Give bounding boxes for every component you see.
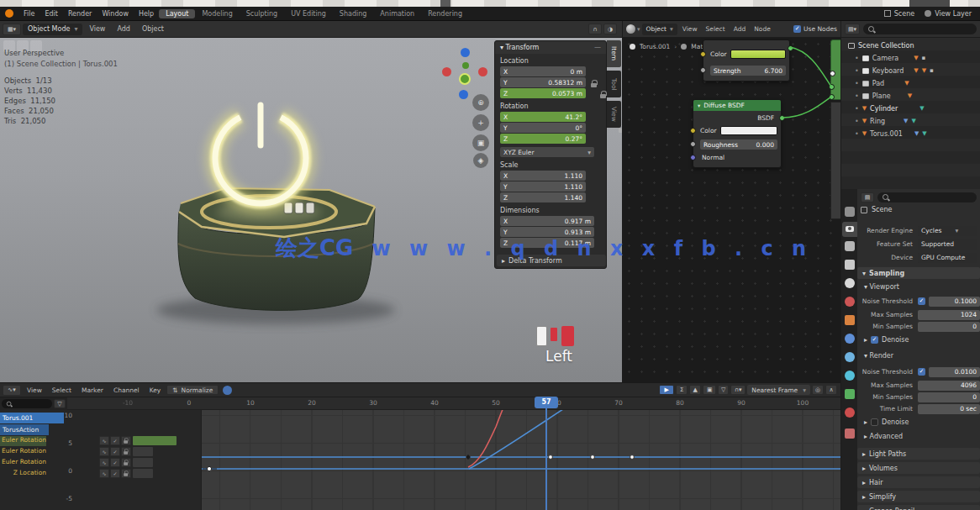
tab-view[interactable]: View	[607, 101, 621, 128]
viewport-move-button[interactable]: +	[472, 114, 489, 131]
mode-dropdown[interactable]: Object Mode▾	[23, 24, 82, 35]
object-tab-icon[interactable]	[845, 315, 855, 325]
viewport-subpanel[interactable]: ▾ Viewport	[864, 283, 899, 291]
menu-file[interactable]: File	[18, 10, 40, 18]
outliner-filter-icon[interactable]: ▤▾	[845, 24, 860, 34]
menu-render[interactable]: Render	[63, 10, 97, 18]
shader-type-dropdown[interactable]: Object▾	[642, 24, 677, 35]
scene-tab-icon[interactable]	[845, 278, 855, 288]
render-subpanel[interactable]: ▾ Render	[864, 352, 893, 360]
emission-strength-field[interactable]: Strength6.700	[710, 66, 786, 76]
r-noise-field[interactable]: 0.0100	[929, 367, 980, 377]
emission-node[interactable]: Color Strength6.700	[703, 39, 790, 81]
light-paths-panel[interactable]: ▸ Light Paths	[857, 448, 980, 460]
lock-icon[interactable]	[591, 80, 598, 87]
use-nodes-toggle[interactable]: ✓ Use Nodes	[793, 25, 837, 33]
edge-node-sliver[interactable]	[830, 39, 840, 100]
channel-modifier-icon[interactable]: ∿	[99, 458, 109, 467]
texture-tab-icon[interactable]	[845, 429, 855, 439]
menu-window[interactable]: Window	[97, 10, 134, 18]
workspace-tab-modeling[interactable]: Modeling	[195, 9, 239, 18]
graph-menu-select[interactable]: Select	[48, 386, 76, 394]
blender-logo-icon[interactable]	[5, 9, 13, 18]
axis-z-dot-bottom[interactable]	[459, 90, 468, 99]
outliner-row-keyboard[interactable]: • Keyboard ▼ ▼ ▪	[841, 65, 980, 77]
channel-mute-icon[interactable]: ✓	[110, 447, 120, 456]
shader-editor-type-icon[interactable]	[626, 24, 635, 34]
snap-icon[interactable]: ∩	[588, 24, 602, 34]
properties-filter-icon[interactable]: ▤	[861, 192, 874, 202]
rotation-mode-dropdown[interactable]: XYZ Euler▾	[500, 147, 594, 157]
channel-lock-icon[interactable]	[121, 458, 131, 467]
scale-z-field[interactable]: Z1.140	[500, 192, 586, 202]
overlays-icon[interactable]: ◑	[603, 24, 617, 34]
r-min-field[interactable]: 0	[918, 392, 980, 402]
scene-selector[interactable]: Scene	[884, 10, 914, 18]
channel-extra-toggle[interactable]	[133, 458, 153, 467]
channel-mute-icon[interactable]: ✓	[110, 458, 120, 467]
viewport-camera-button[interactable]: ▣	[472, 134, 489, 151]
volumes-panel[interactable]: ▸ Volumes	[857, 462, 980, 474]
channel-modifier-icon[interactable]: ∿	[99, 436, 109, 445]
viewport-zoom-button[interactable]: ⊕	[472, 94, 489, 111]
r-max-field[interactable]: 4096	[918, 381, 980, 391]
vp-min-field[interactable]: 0	[918, 322, 980, 332]
modifier-tab-icon[interactable]	[845, 334, 855, 344]
time-limit-field[interactable]: 0 sec	[918, 404, 980, 414]
shader-menu-add[interactable]: Add	[730, 25, 750, 33]
viewport-menu-view[interactable]: View	[84, 25, 110, 33]
workspace-tab-layout[interactable]: Layout	[159, 9, 195, 18]
outliner-row-ring[interactable]: •▼ Ring ▼ ▼	[841, 115, 980, 128]
ghost-curves-icon[interactable]: ▲	[689, 385, 701, 395]
socket-edge-white[interactable]	[830, 71, 835, 76]
socket-roughness-input[interactable]	[690, 141, 696, 147]
channel-modifier-icon[interactable]: ∿	[99, 469, 109, 478]
hair-panel[interactable]: ▸ Hair	[857, 476, 980, 488]
graph-editor-type-icon[interactable]: ∿▾	[3, 385, 21, 396]
diffuse-roughness-field[interactable]: Roughness0.000	[700, 139, 777, 150]
dimensions-y-field[interactable]: Y0.913 m	[500, 227, 594, 237]
axis-y-dot[interactable]	[462, 62, 469, 69]
channel-extra-toggle[interactable]	[133, 469, 153, 478]
socket-normal-input[interactable]	[690, 155, 696, 160]
diffuse-bsdf-node[interactable]: ▾ Diffuse BSDF BSDF Color Roughness0.000…	[693, 99, 782, 168]
grease-pencil-panel[interactable]: ▸ Grease Pencil	[857, 505, 980, 510]
vp-noise-checkbox[interactable]: ✓	[918, 297, 925, 305]
vp-noise-field[interactable]: 0.1000	[929, 297, 980, 307]
rotation-z-field[interactable]: Z0.27°	[500, 134, 586, 144]
editor-type-icon[interactable]: ▦▾	[3, 24, 21, 35]
channel-filter-icon[interactable]: ▽	[54, 399, 66, 408]
location-x-field[interactable]: X0 m	[500, 66, 586, 76]
scale-x-field[interactable]: X1.110	[500, 171, 586, 181]
channel-search-input[interactable]	[2, 399, 52, 408]
graph-menu-marker[interactable]: Marker	[77, 386, 108, 394]
channel-z-location[interactable]: Z Location	[0, 469, 46, 479]
rotation-y-field[interactable]: Y0°	[500, 123, 586, 133]
panel-options-icon[interactable]: —	[594, 44, 601, 51]
shader-menu-node[interactable]: Node	[751, 25, 774, 33]
location-y-field[interactable]: Y0.58312 m	[500, 77, 586, 87]
viewlayer-tab-icon[interactable]	[845, 260, 855, 270]
current-frame-badge[interactable]: 57	[535, 397, 558, 408]
outliner-row-camera[interactable]: • Camera ▼ ▪	[841, 52, 980, 65]
tab-tool[interactable]: Tool	[607, 71, 621, 97]
scale-y-field[interactable]: Y1.110	[500, 181, 586, 192]
socket-emission-output[interactable]	[788, 45, 793, 51]
power-button-object[interactable]	[143, 71, 412, 349]
world-tab-icon[interactable]	[845, 297, 855, 307]
properties-search[interactable]: ▤	[857, 191, 980, 203]
vp-denoise-row[interactable]: ▸✓Denoise	[864, 336, 909, 344]
physics-tab-icon[interactable]	[845, 371, 855, 381]
view-layer-selector[interactable]: View Layer	[925, 10, 972, 18]
outliner-row-torus[interactable]: •▼ Torus.001 ▼ ▼	[841, 128, 980, 140]
channel-z-rotation[interactable]: Z Euler Rotation	[0, 458, 46, 468]
simplify-panel[interactable]: ▸ Simplify	[857, 491, 980, 502]
vp-max-field[interactable]: 1024	[918, 310, 980, 320]
location-z-field[interactable]: Z0.0573 m	[500, 88, 586, 98]
outliner-row-scene-collection[interactable]: Scene Collection	[841, 39, 980, 52]
channel-lock-icon[interactable]	[121, 447, 131, 456]
channel-lock-icon[interactable]	[121, 436, 131, 445]
axis-x-dot-right[interactable]	[478, 67, 487, 76]
r-denoise-row[interactable]: ▸✓Denoise	[864, 418, 909, 426]
shader-menu-view[interactable]: View	[679, 25, 701, 33]
